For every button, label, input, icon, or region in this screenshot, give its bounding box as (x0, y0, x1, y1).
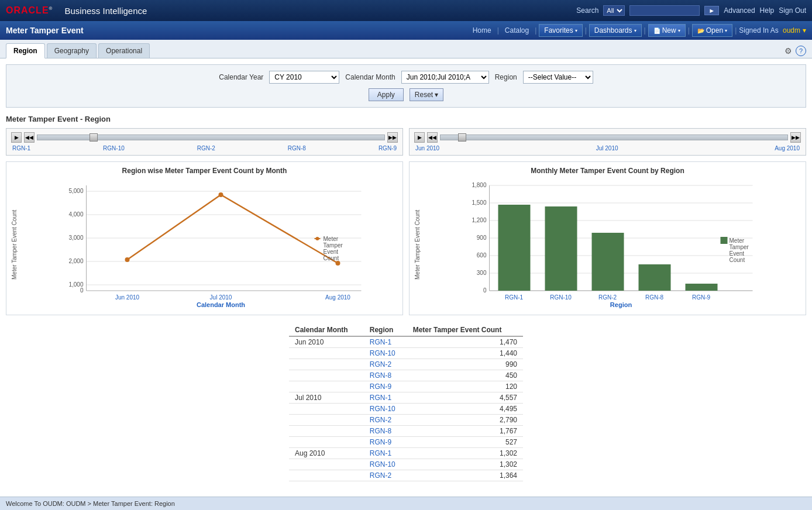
svg-point-18 (336, 261, 340, 266)
cell-month: Aug 2010 (289, 448, 364, 459)
open-icon: 📂 (697, 27, 704, 34)
cell-month (289, 426, 364, 437)
bar-chart-box: Monthly Meter Tamper Event Count by Regi… (409, 161, 806, 315)
cell-month (289, 359, 364, 370)
slider2-bar[interactable] (440, 135, 788, 140)
signout-link[interactable]: Sign Out (779, 6, 806, 15)
slider2-track: ▶ ◀◀ ▶▶ (414, 132, 801, 143)
cell-count: 120 (407, 381, 523, 392)
tab-region[interactable]: Region (6, 43, 45, 58)
bar-chart-inner: Meter Tamper Event Count (414, 180, 801, 310)
topbar-right: Search All ► Advanced Help Sign Out (576, 5, 806, 16)
slider2-back-btn[interactable]: ◀◀ (427, 132, 438, 143)
slider2: ▶ ◀◀ ▶▶ Jun 2010 Jul 2010 Aug 2010 (409, 128, 806, 156)
svg-point-20 (316, 237, 319, 240)
svg-text:Tamper: Tamper (730, 244, 749, 250)
cell-region[interactable]: RGN-1 (364, 392, 407, 404)
slider1-back-btn[interactable]: ◀◀ (24, 132, 35, 143)
cell-month (289, 404, 364, 415)
charts-row: Region wise Meter Tamper Event Count by … (6, 161, 806, 315)
svg-text:900: 900 (477, 235, 487, 241)
svg-text:RGN-10: RGN-10 (550, 294, 572, 301)
catalog-link[interactable]: Catalog (501, 24, 532, 37)
search-scope-select[interactable]: All (603, 5, 625, 16)
slider2-labels: Jun 2010 Jul 2010 Aug 2010 (414, 145, 801, 151)
region-select[interactable]: --Select Value-- (523, 71, 593, 84)
cell-region[interactable]: RGN-1 (364, 448, 407, 459)
breadcrumb: Welcome To OUDM: OUDM > Meter Tamper Eve… (0, 497, 812, 510)
advanced-link[interactable]: Advanced (724, 6, 755, 15)
calendar-year-select[interactable]: CY 2010 (269, 71, 339, 84)
tab-help-icon[interactable]: ? (796, 46, 806, 56)
apply-button[interactable]: Apply (369, 88, 404, 101)
cell-region[interactable]: RGN-10 (364, 348, 407, 359)
reset-button[interactable]: Reset ▾ (410, 88, 443, 101)
sliders-container: ▶ ◀◀ ▶▶ RGN-1 RGN-10 RGN-2 RGN-8 RGN-9 ▶… (6, 128, 806, 156)
svg-text:Jun 2010: Jun 2010 (115, 294, 140, 301)
bar-chart-svg: 0 300 600 900 1,200 1,500 1,800 (429, 180, 801, 308)
bar-chart-area: 0 300 600 900 1,200 1,500 1,800 (429, 180, 801, 310)
home-link[interactable]: Home (469, 24, 495, 37)
cell-region[interactable]: RGN-8 (364, 426, 407, 437)
cal-year-label: Calendar Year (219, 73, 263, 81)
user-name[interactable]: oudm (783, 26, 800, 35)
svg-text:5,000: 5,000 (68, 188, 83, 194)
svg-text:Count: Count (324, 255, 339, 261)
svg-text:Event: Event (324, 249, 339, 255)
cell-region[interactable]: RGN-2 (364, 470, 407, 481)
slider2-play-btn[interactable]: ▶ (414, 132, 425, 143)
filter-row: Calendar Year CY 2010 Calendar Month Jun… (219, 71, 593, 84)
cell-region[interactable]: RGN-10 (364, 404, 407, 415)
table-row: RGN-101,302 (289, 459, 523, 470)
search-go-button[interactable]: ► (704, 6, 719, 15)
cell-region[interactable]: RGN-9 (364, 381, 407, 392)
tab-operational[interactable]: Operational (98, 43, 150, 58)
tab-geography[interactable]: Geography (47, 43, 97, 58)
slider1-bar[interactable] (37, 135, 385, 140)
svg-text:0: 0 (483, 287, 487, 294)
favorites-button[interactable]: Favorites ▾ (539, 24, 582, 37)
tab-settings-icon[interactable]: ⚙ (785, 46, 792, 56)
calendar-month-select[interactable]: Jun 2010;Jul 2010;A (401, 71, 489, 84)
col-header-region: Region (364, 324, 407, 336)
app-title: Business Intelligence (64, 6, 147, 16)
cell-count: 990 (407, 359, 523, 370)
svg-text:1,000: 1,000 (68, 281, 83, 288)
filter-action-row: Apply Reset ▾ (369, 88, 443, 101)
signed-in-label: Signed In As (739, 26, 780, 35)
cell-region[interactable]: RGN-10 (364, 459, 407, 470)
slider1-fwd-btn[interactable]: ▶▶ (387, 132, 398, 143)
svg-text:RGN-2: RGN-2 (598, 294, 617, 301)
svg-text:3,000: 3,000 (68, 235, 83, 241)
data-table: Calendar Month Region Meter Tamper Event… (289, 324, 523, 481)
cell-region[interactable]: RGN-1 (364, 336, 407, 348)
cell-count: 1,767 (407, 426, 523, 437)
slider1-play-btn[interactable]: ▶ (11, 132, 22, 143)
cell-region[interactable]: RGN-9 (364, 437, 407, 448)
cell-region[interactable]: RGN-2 (364, 359, 407, 370)
cell-region[interactable]: RGN-2 (364, 415, 407, 426)
cell-region[interactable]: RGN-8 (364, 370, 407, 381)
search-label: Search (576, 6, 598, 15)
breadcrumb-text: Welcome To OUDM: OUDM > Meter Tamper Eve… (6, 500, 175, 507)
cell-count: 4,557 (407, 392, 523, 404)
cell-count: 2,790 (407, 415, 523, 426)
svg-text:1,800: 1,800 (472, 182, 486, 188)
cal-month-label: Calendar Month (345, 73, 395, 81)
svg-text:RGN-1: RGN-1 (505, 294, 524, 301)
search-input[interactable] (629, 5, 700, 16)
slider2-handle[interactable] (458, 133, 466, 142)
dashboards-button[interactable]: Dashboards ▾ (589, 24, 642, 37)
open-button[interactable]: 📂 Open ▾ (692, 24, 732, 37)
svg-text:600: 600 (477, 252, 487, 259)
slider1-handle[interactable] (90, 133, 98, 142)
new-arrow-icon: ▾ (678, 28, 680, 33)
cell-month (289, 381, 364, 392)
svg-text:300: 300 (477, 270, 487, 276)
table-row: RGN-21,364 (289, 470, 523, 481)
help-link[interactable]: Help (760, 6, 775, 15)
cell-count: 1,470 (407, 336, 523, 348)
new-button[interactable]: 📄 New ▾ (648, 24, 686, 37)
line-chart-svg: 0 1,000 2,000 3,000 4,000 5,000 Jun 2010… (26, 180, 398, 308)
slider2-fwd-btn[interactable]: ▶▶ (790, 132, 801, 143)
